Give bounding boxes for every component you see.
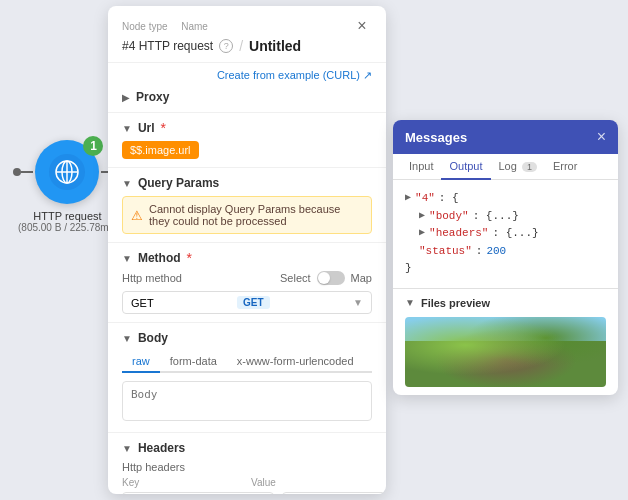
msg-tab-input[interactable]: Input <box>401 154 441 180</box>
url-title: Url <box>138 121 155 135</box>
key-col-header: Key <box>122 477 243 488</box>
close-button[interactable]: × <box>352 16 372 36</box>
expand-headers[interactable]: ▶ <box>419 225 425 241</box>
url-chevron: ▼ <box>122 123 132 134</box>
json-key-4: "4" <box>415 190 435 208</box>
log-count-badge: 1 <box>522 162 537 172</box>
files-preview-chevron: ▼ <box>405 297 415 308</box>
messages-panel: Messages × Input Output Log 1 Error ▶ "4… <box>393 120 618 395</box>
messages-content: ▶ "4" : { ▶ "body" : {...} ▶ "headers" :… <box>393 180 618 288</box>
map-label: Map <box>351 272 372 284</box>
expand-body[interactable]: ▶ <box>419 208 425 224</box>
title-separator: / <box>239 38 243 54</box>
body-section: ▼ Body raw form-data x-www-form-urlencod… <box>108 323 386 433</box>
select-label: Select <box>280 272 311 284</box>
json-key-status: "status" <box>419 243 472 261</box>
query-params-header[interactable]: ▼ Query Params <box>122 176 372 190</box>
tab-urlencoded[interactable]: x-www-form-urlencoded <box>227 351 364 373</box>
header-row: 🗑 <box>122 492 372 494</box>
method-get-text: GET <box>131 297 154 309</box>
url-value[interactable]: $$.image.url <box>122 141 199 159</box>
meta-separator <box>172 21 178 32</box>
json-value-status: 200 <box>486 243 506 261</box>
method-section-header[interactable]: ▼ Method * <box>122 251 372 265</box>
value-col-header: Value <box>251 477 372 488</box>
help-icon[interactable]: ? <box>219 39 233 53</box>
panel-header: Node type Name × #4 HTTP request ? / Unt… <box>108 6 386 63</box>
body-chevron: ▼ <box>122 333 132 344</box>
json-key-body: "body" <box>429 208 469 226</box>
msg-tab-log[interactable]: Log 1 <box>491 154 545 180</box>
panel-step: #4 HTTP request <box>122 39 213 53</box>
node-sublabel: (805.00 B / 225.78ms) <box>18 222 117 233</box>
headers-chevron: ▼ <box>122 443 132 454</box>
node-icon: 1 <box>35 140 99 204</box>
node-badge: 1 <box>83 136 103 156</box>
http-headers-label: Http headers <box>122 461 372 473</box>
headers-section: ▼ Headers Http headers Key Value 🗑 ⊕ Add… <box>108 433 386 494</box>
method-chevron: ▼ <box>122 253 132 264</box>
get-badge: GET <box>237 296 270 309</box>
body-section-header[interactable]: ▼ Body <box>122 331 372 345</box>
url-required: * <box>161 121 166 135</box>
preview-image-inner <box>405 317 606 387</box>
warning-icon: ⚠ <box>131 208 143 223</box>
meta-name: Name <box>181 21 208 32</box>
url-section-header[interactable]: ▼ Url * <box>122 121 372 135</box>
query-params-title: Query Params <box>138 176 219 190</box>
select-map-toggle-switch[interactable] <box>317 271 345 285</box>
http-request-node[interactable]: 1 HTTP request (805.00 B / 225.78ms) <box>18 140 117 233</box>
node-label: HTTP request <box>33 210 101 222</box>
body-tabs: raw form-data x-www-form-urlencoded <box>122 351 372 373</box>
query-params-warning: ⚠ Cannot display Query Params because th… <box>122 196 372 234</box>
proxy-section-header[interactable]: ▶ Proxy <box>122 90 372 104</box>
messages-close-button[interactable]: × <box>597 128 606 146</box>
messages-title: Messages <box>405 130 467 145</box>
method-required: * <box>187 251 192 265</box>
create-from-example-link[interactable]: Create from example (CURL) ↗ <box>108 63 386 82</box>
headers-title: Headers <box>138 441 185 455</box>
tab-raw[interactable]: raw <box>122 351 160 373</box>
json-key-headers: "headers" <box>429 225 488 243</box>
msg-tab-error[interactable]: Error <box>545 154 585 180</box>
panel-body: ▶ Proxy ▼ Url * $$.image.url ▼ Query Par… <box>108 82 386 494</box>
query-params-chevron: ▼ <box>122 178 132 189</box>
files-preview-header[interactable]: ▼ Files preview <box>405 297 606 309</box>
url-section: ▼ Url * $$.image.url <box>108 113 386 168</box>
query-params-section: ▼ Query Params ⚠ Cannot display Query Pa… <box>108 168 386 243</box>
messages-header: Messages × <box>393 120 618 154</box>
expand-root[interactable]: ▶ <box>405 190 411 206</box>
warning-text: Cannot display Query Params because they… <box>149 203 363 227</box>
headers-section-header[interactable]: ▼ Headers <box>122 441 372 455</box>
headers-cols: Key Value <box>122 477 372 488</box>
method-title: Method <box>138 251 181 265</box>
header-key-input[interactable] <box>122 492 274 494</box>
body-input[interactable] <box>122 381 372 421</box>
select-map-toggle: Select Map <box>280 271 372 285</box>
files-preview-section: ▼ Files preview <box>393 288 618 395</box>
msg-tab-output[interactable]: Output <box>441 154 490 180</box>
proxy-chevron: ▶ <box>122 92 130 103</box>
http-method-label: Http method <box>122 272 182 284</box>
method-dropdown[interactable]: GET GET ▼ <box>122 291 372 314</box>
panel-meta: Node type Name <box>122 21 208 32</box>
files-preview-title: Files preview <box>421 297 490 309</box>
preview-image <box>405 317 606 387</box>
tab-form-data[interactable]: form-data <box>160 351 227 373</box>
proxy-title: Proxy <box>136 90 169 104</box>
messages-tabs: Input Output Log 1 Error <box>393 154 618 180</box>
proxy-section: ▶ Proxy <box>108 82 386 113</box>
main-panel: Node type Name × #4 HTTP request ? / Unt… <box>108 6 386 494</box>
body-title: Body <box>138 331 168 345</box>
panel-title[interactable]: Untitled <box>249 38 301 54</box>
header-value-input[interactable] <box>282 492 386 494</box>
method-section: ▼ Method * Http method Select Map GET GE… <box>108 243 386 323</box>
meta-node-type: Node type <box>122 21 168 32</box>
method-dropdown-chevron: ▼ <box>353 297 363 308</box>
